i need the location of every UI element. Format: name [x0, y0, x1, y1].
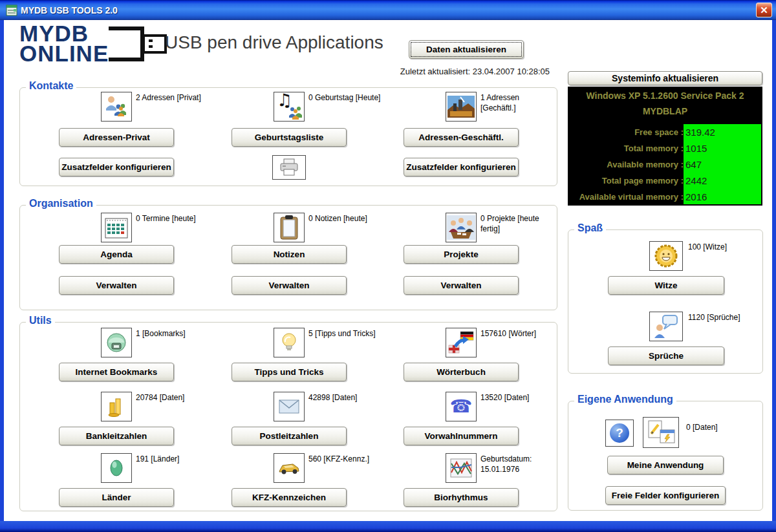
sysinfo-label: Free space : [568, 127, 684, 137]
item-caption: 0 [Daten] [686, 423, 751, 433]
help-globe-icon[interactable]: ? [605, 420, 634, 447]
item-caption: 0 Termine [heute] [136, 214, 213, 224]
item-caption: 0 Geburtstag [Heute] [308, 93, 386, 103]
app-window-icon[interactable] [6, 5, 17, 16]
titlebar[interactable]: MYDB USB TOOLS 2.0 ✕ [0, 0, 776, 20]
cell-kfz-kennzeichen: 560 [KFZ-Kennz.] KFZ-Kennzeichen [203, 453, 375, 511]
witze-button[interactable]: Witze [608, 276, 724, 295]
item-caption: 20784 [Daten] [136, 393, 213, 403]
sysinfo-value: 319.42 [684, 127, 762, 138]
item-caption: 2 Adressen [Privat] [136, 93, 213, 103]
phone-icon[interactable]: ☎ [446, 392, 477, 421]
freie-felder-konfigurieren-button[interactable]: Freie Felder konfigurieren [605, 486, 726, 505]
window-border-left [0, 20, 4, 521]
calendar-icon[interactable] [101, 213, 132, 242]
cell-woerterbuch: 157610 [Wörter] Wörterbuch [375, 328, 547, 386]
item-caption: 1 Adressen [Gechäftl.] [480, 93, 540, 113]
printer-icon[interactable] [272, 155, 306, 180]
sayings-speech-icon[interactable] [649, 312, 683, 341]
item-caption: 1120 [Sprüche] [688, 313, 766, 323]
cell-projekte: 0 Projekte [heute fertig] Projekte Verwa… [375, 213, 547, 303]
meine-anwendung-button[interactable]: Meine Anwendung [607, 456, 724, 474]
envelope-icon[interactable] [274, 392, 305, 421]
postleitzahlen-button[interactable]: Postleitzahlen [232, 427, 347, 445]
woerterbuch-button[interactable]: Wörterbuch [404, 363, 519, 381]
agenda-verwalten-button[interactable]: Verwalten [59, 276, 174, 295]
refresh-data-button[interactable]: Daten aktualisieren [409, 40, 524, 59]
group-organisation-label: Organisation [26, 198, 96, 209]
item-caption: 100 [Witze] [688, 242, 766, 253]
cell-witze: 100 [Witze] Witze [568, 241, 764, 299]
bankleitzahlen-button[interactable]: Bankleitzahlen [59, 427, 174, 445]
cell-postleitzahlen: 42898 [Daten] Postleitzahlen [203, 392, 375, 450]
item-caption: 13520 [Daten] [480, 393, 558, 403]
sysinfo-value: 647 [684, 159, 762, 170]
zusatzfelder-konfigurieren-button[interactable]: Zusatzfelder konfigurieren [59, 158, 174, 176]
sysinfo-label: Total page memory : [568, 176, 684, 186]
logo-line2: ONLINE [19, 43, 109, 63]
cell-vorwahlnummern: ☎ 13520 [Daten] Vorwahlnummern [375, 392, 547, 450]
agenda-button[interactable]: Agenda [59, 245, 174, 264]
window-border-bottom [0, 521, 776, 532]
sysinfo-label: Total memory : [568, 144, 684, 153]
systeminfo-refresh-button[interactable]: Systeminfo aktualisieren [568, 71, 762, 85]
cell-geburtstagsliste: ♫ 0 Geburtstag [Heute] Geburtstagsliste [203, 92, 375, 182]
systeminfo-row: Total page memory : 2442 [568, 173, 762, 189]
internet-bookmarks-button[interactable]: Internet Bookmarks [59, 363, 174, 381]
address-book-private-icon[interactable] [101, 92, 132, 122]
systeminfo-row: Free space : 319.42 [568, 124, 762, 140]
item-caption: 0 Notizen [heute] [308, 214, 386, 224]
projekte-verwalten-button[interactable]: Verwalten [404, 276, 519, 295]
birthday-list-icon[interactable]: ♫ [274, 92, 305, 122]
systeminfo-panel: Windows XP 5.1.2600 Service Pack 2 MYDBL… [568, 87, 762, 206]
systeminfo-row: Total memory : 1015 [568, 140, 762, 156]
zusatzfelder-konfigurieren-button-2[interactable]: Zusatzfelder konfigurieren [404, 158, 519, 176]
cell-biorhythmus: Geburtsdatum: 15.01.1976 Biorhythmus [375, 453, 547, 511]
geburtstagsliste-button[interactable]: Geburtstagsliste [232, 128, 347, 147]
item-caption: 42898 [Daten] [308, 393, 386, 403]
mydb-online-logo: MYDB ONLINE [19, 23, 173, 63]
sprueche-button[interactable]: Sprüche [608, 346, 724, 365]
sysinfo-value: 2016 [684, 191, 762, 202]
vorwahlnummern-button[interactable]: Vorwahlnummern [404, 427, 519, 445]
group-eigene-anwendung: Eigene Anwendung ? 0 [Daten] Meine Anwen… [568, 401, 763, 511]
globe-icon[interactable] [101, 453, 132, 483]
kfz-kennzeichen-button[interactable]: KFZ-Kennzeichen [232, 488, 347, 507]
adressen-geschaeftl-button[interactable]: Adressen-Geschäftl. [404, 128, 519, 147]
notizen-verwalten-button[interactable]: Verwalten [232, 276, 347, 295]
systeminfo-row: Available virtual memory : 2016 [568, 189, 762, 205]
item-caption: 560 [KFZ-Kennz.] [308, 454, 386, 465]
dictionary-flags-icon[interactable] [446, 328, 477, 357]
cell-bankleitzahlen: 20784 [Daten] Bankleitzahlen [30, 392, 202, 450]
window-title: MYDB USB TOOLS 2.0 [21, 5, 756, 16]
last-updated-text: Zuletzt aktualisiert: 23.04.2007 10:28:0… [362, 67, 550, 76]
lightbulb-icon[interactable] [274, 328, 305, 357]
jokes-badge-icon[interactable] [649, 241, 683, 271]
project-meeting-icon[interactable] [446, 213, 477, 242]
internet-bookmarks-icon[interactable] [101, 328, 132, 357]
tipps-und-tricks-button[interactable]: Tipps und Tricks [232, 363, 347, 381]
group-utils-label: Utils [26, 315, 55, 326]
car-icon[interactable] [274, 453, 305, 483]
projekte-button[interactable]: Projekte [404, 245, 519, 264]
custom-app-documents-icon[interactable] [643, 417, 679, 448]
cell-adressen-privat: 2 Adressen [Privat] Adressen-Privat Zusa… [30, 92, 202, 182]
laender-button[interactable]: Länder [59, 488, 174, 507]
biorhythm-chart-icon[interactable] [446, 453, 477, 483]
cell-sprueche: 1120 [Sprüche] Sprüche [568, 312, 764, 370]
close-icon[interactable]: ✕ [756, 3, 772, 17]
cell-agenda: 0 Termine [heute] Agenda Verwalten [30, 213, 202, 303]
business-photo-icon[interactable] [446, 92, 477, 122]
biorhythmus-button[interactable]: Biorhythmus [404, 488, 519, 507]
notes-clipboard-icon[interactable] [274, 213, 305, 242]
group-kontakte-label: Kontakte [26, 80, 76, 92]
item-caption: Geburtsdatum: 15.01.1976 [480, 454, 558, 474]
coins-icon[interactable] [101, 392, 132, 421]
item-caption: 5 [Tipps und Tricks] [308, 329, 386, 339]
cell-notizen: 0 Notizen [heute] Notizen Verwalten [203, 213, 375, 303]
cell-laender: 191 [Länder] Länder [30, 453, 202, 511]
notizen-button[interactable]: Notizen [232, 245, 347, 264]
sysinfo-label: Available virtual memory : [568, 192, 684, 202]
cell-internet-bookmarks: 1 [Bookmarks] Internet Bookmarks [30, 328, 202, 386]
adressen-privat-button[interactable]: Adressen-Privat [59, 128, 174, 147]
